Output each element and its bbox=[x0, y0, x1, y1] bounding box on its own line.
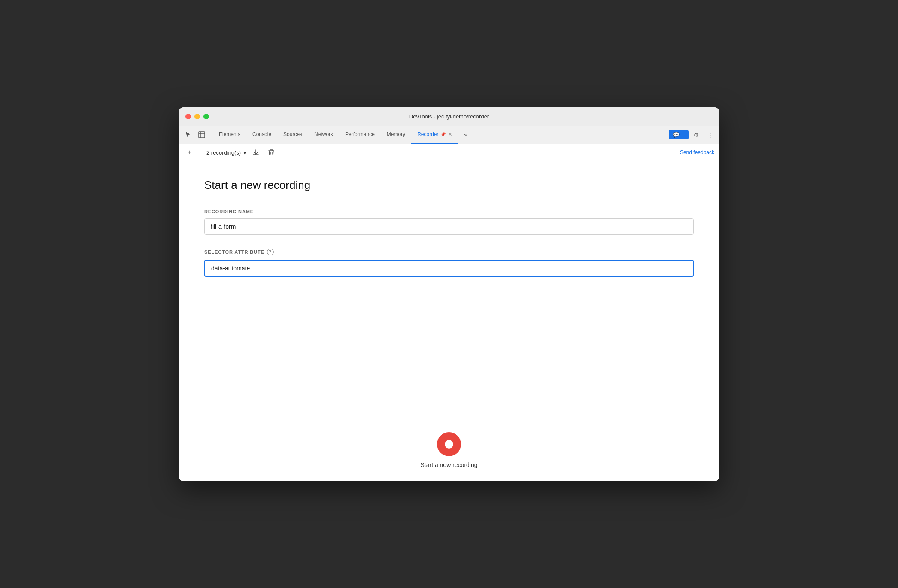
cursor-icon[interactable] bbox=[182, 129, 194, 141]
recording-name-input[interactable] bbox=[204, 218, 694, 235]
tab-icon-group bbox=[182, 129, 208, 141]
selector-attribute-section: SELECTOR ATTRIBUTE ? bbox=[204, 249, 694, 277]
chat-button[interactable]: 💬 1 bbox=[669, 130, 689, 139]
tab-recorder[interactable]: Recorder 📌 ✕ bbox=[411, 126, 458, 144]
devtools-tab-bar: Elements Console Sources Network Perform… bbox=[179, 126, 719, 144]
tabs-list: Elements Console Sources Network Perform… bbox=[213, 126, 669, 144]
tab-elements[interactable]: Elements bbox=[213, 126, 246, 144]
devtools-window: DevTools - jec.fyi/demo/recorder Element… bbox=[179, 107, 719, 481]
recording-name-label: RECORDING NAME bbox=[204, 209, 694, 214]
tab-memory[interactable]: Memory bbox=[381, 126, 411, 144]
add-recording-button[interactable]: + bbox=[184, 146, 196, 158]
selector-attribute-label: SELECTOR ATTRIBUTE ? bbox=[204, 249, 694, 255]
svg-rect-0 bbox=[199, 132, 205, 138]
dropdown-chevron-icon: ▾ bbox=[243, 149, 246, 156]
download-button[interactable] bbox=[250, 146, 262, 158]
inspect-icon[interactable] bbox=[196, 129, 208, 141]
start-recording-label: Start a new recording bbox=[420, 461, 477, 468]
titlebar: DevTools - jec.fyi/demo/recorder bbox=[179, 107, 719, 126]
tab-network[interactable]: Network bbox=[308, 126, 339, 144]
tab-performance[interactable]: Performance bbox=[339, 126, 381, 144]
recording-name-section: RECORDING NAME bbox=[204, 209, 694, 235]
delete-button[interactable] bbox=[265, 146, 277, 158]
settings-button[interactable]: ⚙ bbox=[690, 129, 702, 141]
recordings-dropdown[interactable]: 2 recording(s) ▾ bbox=[206, 149, 246, 156]
send-feedback-link[interactable]: Send feedback bbox=[680, 149, 714, 155]
main-content: Start a new recording RECORDING NAME SEL… bbox=[179, 161, 719, 419]
tab-close-icon[interactable]: ✕ bbox=[448, 132, 452, 137]
recorder-toolbar: + 2 recording(s) ▾ Send feedback bbox=[179, 144, 719, 161]
more-menu-icon: ⋮ bbox=[707, 132, 713, 138]
start-recording-button[interactable] bbox=[437, 432, 461, 456]
help-icon[interactable]: ? bbox=[267, 249, 274, 255]
tab-sources[interactable]: Sources bbox=[277, 126, 308, 144]
gear-icon: ⚙ bbox=[694, 132, 699, 138]
chat-icon: 💬 bbox=[673, 132, 680, 138]
tabs-right-controls: 💬 1 ⚙ ⋮ bbox=[669, 129, 716, 141]
record-inner-circle bbox=[445, 440, 453, 449]
more-menu-button[interactable]: ⋮ bbox=[704, 129, 716, 141]
page-title: Start a new recording bbox=[204, 179, 694, 192]
selector-attribute-input[interactable] bbox=[204, 260, 694, 277]
pin-icon: 📌 bbox=[440, 132, 446, 137]
bottom-record-section: Start a new recording bbox=[179, 419, 719, 481]
toolbar-divider bbox=[201, 148, 201, 157]
more-tabs-button[interactable]: » bbox=[460, 129, 472, 141]
minimize-button[interactable] bbox=[194, 114, 200, 119]
tab-console[interactable]: Console bbox=[246, 126, 277, 144]
close-button[interactable] bbox=[185, 114, 191, 119]
traffic-lights bbox=[185, 114, 209, 119]
window-title: DevTools - jec.fyi/demo/recorder bbox=[409, 113, 489, 120]
maximize-button[interactable] bbox=[203, 114, 209, 119]
